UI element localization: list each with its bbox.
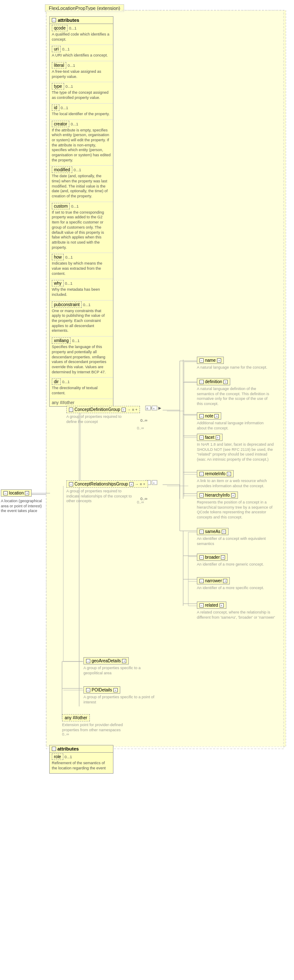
minus-icon-cdg: −	[69, 408, 73, 412]
plus-icon-location: +	[25, 491, 29, 495]
crg-arrow: → ≡ +	[135, 482, 146, 486]
minus-icon-geo: −	[86, 659, 90, 663]
minus-icon-sa: −	[199, 530, 204, 534]
attr-creator: creator 0...1 If the attribute is empty,…	[50, 120, 113, 166]
definition-box: − definition +	[197, 378, 230, 385]
svg-text:≡: ≡	[146, 407, 148, 411]
minus-icon-rel: −	[199, 603, 204, 608]
attr-pubconstraint: pubconstraint 0...1 One or many constrai…	[50, 301, 113, 337]
concept-relationships-group: − ConceptRelationshipsGroup + → ≡ +	[66, 480, 148, 488]
attr-dir: dir 0...1 The directionality of textual …	[50, 378, 113, 399]
expand-icon-sa: +	[222, 530, 226, 534]
related-box: − related +	[197, 602, 226, 609]
expand-icon-cdg: +	[122, 408, 126, 412]
minus-icon-facet: −	[199, 435, 204, 440]
attr-qcode: qcode 0...1 A qualified code which ident…	[50, 24, 113, 45]
minus-icon-ri: −	[199, 472, 204, 476]
svg-text:0..∞: 0..∞	[140, 418, 147, 423]
minus-icon-hi: −	[199, 493, 204, 497]
expand-icon-facet: +	[216, 435, 220, 440]
cdg-desc: A group of properties required to define…	[66, 414, 133, 424]
minus-icon-def: −	[199, 380, 204, 384]
minus-icon: −	[52, 18, 56, 22]
minus-icon-note: −	[199, 414, 204, 418]
minus-icon-name: −	[199, 358, 204, 363]
hierarchyinfo-box: − hierarchyInfo +	[197, 491, 238, 499]
crg-card: 0..∞	[137, 500, 144, 504]
minus-icon-nr: −	[199, 579, 204, 583]
any-other-bottom-box: any ##other	[62, 714, 90, 721]
location-label: location	[9, 491, 24, 495]
attr-type: type 0...1 The type of the concept assig…	[50, 82, 113, 103]
minus-icon-bottom: −	[52, 747, 56, 751]
svg-text:+: +	[153, 481, 155, 485]
facet-box: − facet +	[197, 434, 223, 441]
svg-text:▶: ▶	[158, 406, 161, 410]
crg-desc: A group of properties required to indica…	[66, 489, 133, 504]
attr-id: id 0...1 The local identifier of the pro…	[50, 104, 113, 120]
narrower-box: − narrower +	[197, 577, 230, 584]
crg-label: ConceptRelationshipsGroup	[74, 482, 128, 486]
minus-icon-poi: −	[86, 688, 90, 692]
attr-uri: uri 0...1 A URI which identifies a conce…	[50, 45, 113, 61]
svg-text:≡: ≡	[150, 406, 152, 410]
expand-icon-name: +	[217, 358, 221, 363]
attr-literal: literal 0...1 A free-text value assigned…	[50, 61, 113, 82]
expand-icon-def: +	[223, 380, 228, 384]
cdg-card: 0..∞	[137, 426, 144, 430]
minus-icon-br: −	[199, 555, 204, 560]
location-desc: A location (geographical area or point o…	[1, 499, 46, 514]
expand-icon-poi: +	[113, 688, 118, 692]
expand-icon-hi: +	[231, 493, 235, 497]
attr-xmllang: xmllang 0...1 Specifies the language of …	[50, 337, 113, 378]
attr-how: how 0...1 Indicates by which means the v…	[50, 253, 113, 279]
sameas-box: − sameAs +	[197, 528, 229, 535]
attr-role: role 0...1 Refinement of the semantics o…	[50, 753, 113, 773]
minus-icon-location: −	[3, 491, 8, 495]
attributes-label: attributes	[58, 18, 79, 23]
bottom-attributes-header: − attributes	[50, 745, 113, 753]
attr-modified: modified 0...1 The date (and, optionally…	[50, 166, 113, 202]
expand-icon-br: +	[221, 555, 225, 560]
svg-text:+: +	[153, 407, 155, 411]
location-box: − location +	[1, 489, 32, 497]
geo-area-details-box: − geoAreaDetails +	[83, 657, 129, 664]
any-other-top: any ##other	[50, 399, 113, 406]
expand-icon-note: +	[214, 414, 219, 418]
expand-icon-geo: +	[122, 659, 126, 663]
expand-icon-ri: +	[227, 472, 231, 476]
attr-why: why 0...1 Why the metadata has been incl…	[50, 279, 113, 300]
svg-rect-55	[146, 406, 151, 410]
remoteinfo-box: − remoteInfo +	[197, 470, 234, 477]
attributes-header: − attributes	[50, 17, 113, 24]
broader-box: − broader +	[197, 554, 228, 561]
any-other-bottom-desc: Extension point for provider-defined pro…	[62, 723, 135, 733]
minus-icon-crg: −	[69, 482, 73, 486]
name-box: − name +	[197, 357, 224, 364]
concept-definition-group: − ConceptDefinitionGroup + → ≡ +	[66, 406, 140, 413]
attr-custom: custom 0...1 If set to true the correspo…	[50, 202, 113, 253]
diagram-title: FlexLocationPropType (extension)	[45, 4, 124, 12]
svg-rect-57	[152, 406, 157, 410]
expand-icon-nr: +	[223, 579, 227, 583]
note-box: − note +	[197, 412, 221, 420]
expand-icon-rel: +	[220, 603, 224, 608]
poi-details-box: − POIDetails +	[83, 686, 120, 694]
any-other-bottom-card: 0..∞	[62, 732, 69, 736]
cdg-arrow: → ≡ +	[127, 408, 138, 412]
svg-rect-61	[152, 480, 157, 485]
expand-icon-crg: +	[129, 482, 134, 486]
cdg-label: ConceptDefinitionGroup	[74, 407, 120, 412]
